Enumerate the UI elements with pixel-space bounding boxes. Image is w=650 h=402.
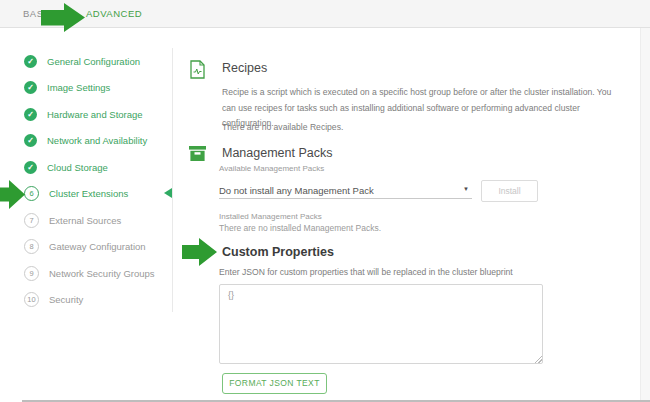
installed-management-packs-empty-message: There are no installed Management Packs. bbox=[219, 223, 381, 233]
sidebar-item-label: Cluster Extensions bbox=[49, 188, 128, 199]
sidebar-item-label: General Configuration bbox=[47, 56, 140, 67]
custom-properties-hint: Enter JSON for custom properties that wi… bbox=[219, 267, 513, 278]
sidebar-divider bbox=[172, 48, 173, 312]
sidebar-item-label: Network Security Groups bbox=[49, 268, 155, 279]
annotation-arrow-cluster-extensions-icon bbox=[0, 179, 26, 210]
recipe-file-icon bbox=[190, 60, 205, 79]
chevron-down-icon: ▼ bbox=[463, 186, 469, 192]
step-number-badge: 6 bbox=[24, 186, 39, 201]
textarea-resize-handle-icon[interactable] bbox=[534, 355, 542, 363]
sidebar-item-label: Security bbox=[49, 294, 83, 305]
management-pack-box-icon bbox=[189, 146, 206, 161]
management-pack-select[interactable]: Do not install any Management Pack ▼ bbox=[219, 180, 472, 199]
check-icon: ✓ bbox=[24, 108, 37, 121]
custom-properties-json-input[interactable]: {} bbox=[219, 284, 543, 364]
install-button[interactable]: Install bbox=[481, 180, 538, 202]
step-number-badge: 7 bbox=[24, 213, 39, 228]
management-pack-selected-option: Do not install any Management Pack bbox=[219, 185, 374, 196]
installed-management-packs-label: Installed Management Packs bbox=[219, 212, 322, 221]
tab-advanced[interactable]: ADVANCED bbox=[86, 0, 142, 28]
annotation-arrow-advanced-icon bbox=[41, 1, 86, 34]
sidebar-item-label: Hardware and Storage bbox=[47, 109, 143, 120]
wizard-screen: BASIC ADVANCED ✓ General Configuration ✓… bbox=[0, 0, 650, 402]
sidebar-item-external-sources[interactable]: 7 External Sources bbox=[24, 207, 169, 234]
step-number-badge: 10 bbox=[24, 292, 39, 307]
step-number-badge: 9 bbox=[24, 266, 39, 281]
wizard-step-list: ✓ General Configuration ✓ Image Settings… bbox=[24, 48, 169, 313]
sidebar-item-hardware-and-storage[interactable]: ✓ Hardware and Storage bbox=[24, 101, 169, 128]
check-icon: ✓ bbox=[24, 134, 37, 147]
check-icon: ✓ bbox=[24, 55, 37, 68]
sidebar-item-network-security-groups[interactable]: 9 Network Security Groups bbox=[24, 260, 169, 287]
format-json-text-button[interactable]: FORMAT JSON TEXT bbox=[222, 373, 327, 394]
step-number-badge: 8 bbox=[24, 239, 39, 254]
sidebar-item-cloud-storage[interactable]: ✓ Cloud Storage bbox=[24, 154, 169, 181]
check-icon: ✓ bbox=[24, 161, 37, 174]
scrollbar-track[interactable] bbox=[640, 28, 650, 402]
recipes-section-title: Recipes bbox=[222, 61, 267, 75]
sidebar-item-label: Cloud Storage bbox=[47, 162, 108, 173]
custom-properties-section-title: Custom Properties bbox=[222, 245, 334, 259]
available-management-packs-label: Available Management Packs bbox=[219, 164, 324, 173]
sidebar-item-gateway-configuration[interactable]: 8 Gateway Configuration bbox=[24, 234, 169, 261]
sidebar-item-label: External Sources bbox=[49, 215, 121, 226]
sidebar-item-network-and-availability[interactable]: ✓ Network and Availability bbox=[24, 128, 169, 155]
sidebar-item-security[interactable]: 10 Security bbox=[24, 287, 169, 314]
active-step-marker-icon bbox=[164, 188, 172, 198]
annotation-arrow-custom-properties-icon bbox=[182, 237, 218, 267]
sidebar-item-general-configuration[interactable]: ✓ General Configuration bbox=[24, 48, 169, 75]
sidebar-item-image-settings[interactable]: ✓ Image Settings bbox=[24, 75, 169, 102]
sidebar-item-label: Network and Availability bbox=[47, 135, 147, 146]
check-icon: ✓ bbox=[24, 81, 37, 94]
management-packs-section-title: Management Packs bbox=[222, 146, 332, 160]
sidebar-item-label: Gateway Configuration bbox=[49, 241, 146, 252]
recipes-empty-message: There are no available Recipes. bbox=[222, 120, 343, 136]
tabbar: BASIC ADVANCED bbox=[0, 0, 650, 28]
sidebar-item-cluster-extensions[interactable]: 6 Cluster Extensions bbox=[24, 181, 169, 208]
sidebar-item-label: Image Settings bbox=[47, 82, 110, 93]
